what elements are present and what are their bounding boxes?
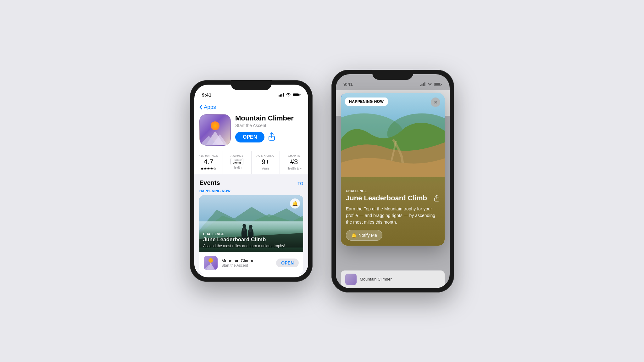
open-button[interactable]: OPEN xyxy=(235,132,264,142)
events-header: Events TO xyxy=(199,179,303,187)
modal-image: HAPPENING NOW ✕ xyxy=(341,93,445,184)
event-desc: Ascend the most miles and earn a unique … xyxy=(203,244,299,248)
events-title: Events xyxy=(199,179,220,187)
event-overlay: CHALLENGE June Leaderboard Climb Ascend … xyxy=(199,229,303,252)
mini-app-icon xyxy=(204,256,218,270)
svg-rect-26 xyxy=(420,85,421,86)
svg-rect-2 xyxy=(281,94,282,97)
awards-stat: AWARDS ✦ Editors' Choice Health xyxy=(223,151,252,174)
modal-event-type: CHALLENGE xyxy=(346,189,440,193)
app-info-row: Mountain Climber Start the Ascent OPEN xyxy=(199,114,303,146)
events-filter-link[interactable]: TO xyxy=(297,181,303,186)
svg-rect-0 xyxy=(279,95,280,97)
svg-point-17 xyxy=(242,224,246,227)
wifi-icon xyxy=(286,93,291,97)
app-action-row: OPEN xyxy=(235,132,303,142)
modal-body: CHALLENGE June Leaderboard Climb Earn th… xyxy=(341,184,445,246)
signal-icon-right xyxy=(420,82,425,86)
phone-left: 9:41 xyxy=(190,80,313,282)
bell-button[interactable]: 🔔 xyxy=(290,198,300,209)
battery-icon-right xyxy=(434,82,442,86)
svg-point-19 xyxy=(249,225,253,228)
signal-icon xyxy=(279,93,284,97)
share-icon[interactable] xyxy=(268,132,275,142)
app-icon xyxy=(199,114,231,146)
screen-right: 9:41 xyxy=(336,74,450,288)
phone-right: 9:41 xyxy=(331,70,454,292)
notch-right xyxy=(372,70,413,80)
event-card[interactable]: 🔔 CHALLENGE June Leaderboard Climb Ascen… xyxy=(199,195,303,274)
app-header: Apps Mountain Climber Start the Ascent xyxy=(194,100,308,151)
svg-rect-3 xyxy=(283,93,284,97)
app-subtitle: Start the Ascent xyxy=(235,123,303,128)
event-name: June Leaderboard Climb xyxy=(203,237,299,243)
modal-description: Earn the Top of the Mountain trophy for … xyxy=(346,206,440,226)
svg-point-23 xyxy=(208,258,213,263)
status-icons-left xyxy=(279,93,301,97)
mini-icon-right xyxy=(345,274,357,285)
charts-stat: CHARTS #3 Health & F xyxy=(280,151,308,174)
event-type: CHALLENGE xyxy=(203,232,299,236)
svg-rect-27 xyxy=(422,84,423,86)
happening-now-badge: HAPPENING NOW xyxy=(345,97,388,106)
bottom-mini-card-right: Mountain Climber xyxy=(341,270,445,288)
mini-info-right: Mountain Climber xyxy=(360,277,440,281)
app-title-area: Mountain Climber Start the Ascent OPEN xyxy=(235,114,303,142)
screen-left: 9:41 xyxy=(194,85,308,277)
svg-rect-1 xyxy=(280,95,281,97)
ratings-stat: 41K RATINGS 4.7 ★★★★☆ xyxy=(194,151,223,174)
happening-now-label: HAPPENING NOW xyxy=(199,189,303,193)
status-icons-right xyxy=(420,82,442,86)
age-rating-stat: AGE RATING 9+ Years xyxy=(252,151,280,174)
event-image: 🔔 CHALLENGE June Leaderboard Climb Ascen… xyxy=(199,195,303,252)
svg-rect-31 xyxy=(435,83,440,85)
mini-app-sub: Start the Ascent xyxy=(221,263,272,268)
modal-title-row: June Leaderboard Climb xyxy=(346,194,440,203)
mini-app-card: Mountain Climber Start the Ascent OPEN xyxy=(199,252,303,274)
stats-bar: 41K RATINGS 4.7 ★★★★☆ AWARDS ✦ Editors' … xyxy=(194,151,308,174)
mini-open-button[interactable]: OPEN xyxy=(276,259,299,267)
svg-rect-5 xyxy=(293,94,299,96)
modal-close-button[interactable]: ✕ xyxy=(431,97,440,107)
svg-rect-28 xyxy=(423,83,424,86)
mountains-icon xyxy=(199,126,231,145)
mini-app-name: Mountain Climber xyxy=(221,258,272,263)
svg-rect-6 xyxy=(300,94,301,95)
chevron-left-icon xyxy=(199,105,203,110)
modal-share-icon[interactable] xyxy=(434,195,440,203)
back-button[interactable]: Apps xyxy=(199,104,303,110)
notify-me-button[interactable]: 🔔 Notify Me xyxy=(346,230,382,241)
wifi-icon-right xyxy=(427,82,432,86)
hills-scene xyxy=(341,93,445,177)
events-section: Events TO HAPPENING NOW xyxy=(194,174,308,274)
modal-event-title: June Leaderboard Climb xyxy=(346,194,431,202)
svg-rect-32 xyxy=(441,84,442,85)
notch-left xyxy=(231,80,272,90)
bell-icon-modal: 🔔 xyxy=(351,233,357,238)
time-right: 9:41 xyxy=(343,81,353,87)
time-left: 9:41 xyxy=(202,92,211,97)
mini-app-info: Mountain Climber Start the Ascent xyxy=(221,258,272,268)
battery-icon xyxy=(293,93,301,97)
app-name: Mountain Climber xyxy=(235,114,303,122)
svg-rect-29 xyxy=(425,82,425,86)
mini-mountains-icon xyxy=(204,256,218,270)
event-modal[interactable]: HAPPENING NOW ✕ CHALLENGE June Leaderboa… xyxy=(341,93,445,246)
